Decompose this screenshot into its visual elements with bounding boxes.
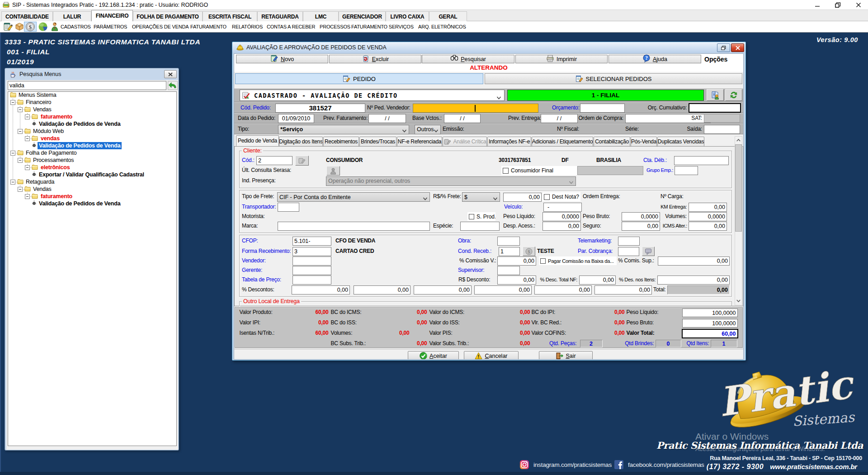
frete-moeda-dropdown[interactable]: $ [462, 192, 500, 202]
tree-item[interactable]: eletrônicos [41, 164, 70, 171]
tree-expand-toggle[interactable] [18, 129, 23, 134]
dialog-restore-button[interactable] [717, 43, 730, 52]
tree-item[interactable]: vendas [41, 135, 60, 142]
cliente-edit-button[interactable] [295, 156, 309, 166]
search-button[interactable]: Pesquisar [422, 55, 514, 63]
module-tab-retaguarda[interactable]: RETAGUARDA [257, 11, 303, 21]
comis-sup-input[interactable]: 0,00 [658, 256, 730, 266]
restore-icon[interactable] [831, 0, 844, 10]
cod-cliente-input[interactable]: 2 [256, 156, 292, 165]
dialog-titlebar[interactable]: AVALIAÇÃO E APROVAÇÃO DE PEDIDOS DE VEND… [232, 42, 745, 53]
desconto-2-input[interactable]: 0,00 [354, 285, 410, 294]
desconto-5-input[interactable]: 0,00 [534, 285, 592, 294]
km-entrega-input[interactable]: 0,00 [689, 203, 727, 212]
dialog-tab-1[interactable]: Digitação dos Itens [279, 137, 323, 147]
tree-expand-toggle[interactable] [18, 158, 23, 163]
accept-button[interactable]: Aceitar [408, 351, 459, 360]
tree-item[interactable]: Financeiro [26, 99, 51, 106]
cancel-button[interactable]: Cancelar [464, 351, 519, 360]
tree-item[interactable]: faturamento [41, 113, 72, 120]
module-tab-folha-de-pagamento[interactable]: FOLHA DE PAGAMENTO [133, 11, 203, 21]
consumidor-final-checkbox[interactable]: Consumidor Final [501, 166, 577, 175]
dialog-tab-7[interactable]: Adicionais / Etiquetamento [532, 137, 593, 147]
peso-liquido-sum-input[interactable]: 100,0000 [682, 309, 738, 317]
user-icon[interactable] [51, 22, 59, 31]
menu-cadastros[interactable]: CADASTROS [61, 23, 91, 31]
tree-item[interactable]: Validação de Pedidos de Venda [38, 200, 122, 207]
close-icon[interactable] [852, 0, 865, 10]
tree-item[interactable]: Validação de Pedidos de Venda [38, 120, 122, 128]
icms-alter-input[interactable]: 0,00 [689, 222, 727, 231]
menu-arq-eletrônicos[interactable]: ARQ. ELETRÔNICOS [418, 23, 466, 31]
checkbox-box[interactable] [469, 214, 474, 219]
base-vctos-input[interactable]: / / [444, 114, 481, 123]
facebook-icon[interactable] [614, 460, 624, 470]
ledger-icon[interactable] [3, 22, 13, 31]
help-button[interactable]: ?Ajuda [609, 55, 701, 63]
s-prod-checkbox[interactable]: S. Prod. [467, 212, 495, 221]
obra-input[interactable] [497, 237, 520, 246]
dialog-tab-8[interactable]: Contabilização [594, 137, 630, 147]
tree-expand-toggle[interactable] [18, 107, 23, 112]
menu-relatórios[interactable]: RELATÓRIOS [232, 23, 263, 31]
prev-faturamento-input[interactable]: / / [368, 114, 406, 123]
vendedor-input[interactable] [292, 256, 331, 266]
tipo-dropdown[interactable]: *Serviço [278, 125, 409, 134]
scroll-down-button[interactable] [735, 297, 742, 304]
tree-item[interactable]: Vendas [33, 106, 52, 113]
tree-item[interactable]: Validação de Pedidos de Venda [38, 142, 122, 149]
tree-expand-toggle[interactable] [10, 100, 15, 105]
veiculo-input[interactable]: - [543, 203, 582, 212]
serasa-button[interactable] [326, 166, 340, 176]
dialog-tab-10[interactable]: Duplicatas Vencidas [657, 137, 704, 147]
menu-processos[interactable]: PROCESSOS [320, 23, 350, 31]
delete-button[interactable]: Excluir [329, 55, 421, 63]
cfop-input[interactable]: 5.101- [292, 237, 331, 246]
tree-expand-toggle[interactable] [25, 114, 30, 119]
menu-parâmetros[interactable]: PARÂMETROS [94, 23, 127, 31]
scroll-thumb[interactable] [735, 144, 742, 232]
dest-nota-checkbox[interactable]: Dest Nota? [542, 192, 580, 201]
tipo-frete-dropdown[interactable]: CIF - Por Conta do Emitente [277, 192, 430, 202]
outros-dropdown[interactable]: Outros [415, 125, 441, 134]
cod-pedido-input[interactable]: 381527 [275, 104, 365, 113]
tree-item[interactable]: Retaguarda [26, 178, 54, 185]
tabela-preco-input[interactable] [292, 276, 331, 285]
search-window-close-button[interactable] [164, 70, 177, 78]
desconto-3-input[interactable]: 0,00 [414, 285, 472, 294]
module-tab-financeiro[interactable]: FINANCEIRO [91, 10, 133, 21]
money-icon[interactable]: $ [25, 22, 35, 32]
cta-deb-input[interactable] [674, 156, 729, 165]
peso-bruto-sum-input[interactable]: 100,0000 [682, 319, 738, 328]
tree-item[interactable]: Menus Sistema [19, 91, 57, 99]
scroll-up-button[interactable] [735, 137, 742, 144]
exit-button[interactable]: Sair [539, 351, 593, 360]
tree-item[interactable]: Exportar / Validar Qualificação Cadastra… [38, 171, 146, 178]
gerente-input[interactable] [292, 266, 331, 275]
telemarketing-input[interactable] [618, 237, 640, 246]
tree-item[interactable]: Módulo Web [33, 128, 64, 135]
module-tab-escrita-fiscal[interactable]: ESCRITA FISCAL [203, 11, 257, 21]
dialog-tab-4[interactable]: NF-e Referenciada [397, 137, 442, 147]
supervisor-input[interactable] [497, 266, 520, 275]
peso-liquido-input[interactable]: 0,0000 [542, 212, 581, 221]
tree-expand-toggle[interactable] [25, 165, 30, 170]
tab-selecionar-pedidos[interactable]: SELECIONAR PEDIDOS [485, 73, 742, 84]
dialog-tab-2[interactable]: Recebimentos [323, 137, 359, 147]
tab-pedido[interactable]: PEDIDO [235, 73, 483, 84]
cond-receb-button[interactable]: $ [523, 247, 535, 256]
instagram-icon[interactable] [519, 460, 529, 470]
status-combobox[interactable]: CADASTRADO - AVALIAÇÃO DE CRÉDITO [240, 90, 505, 101]
grupo-emp-input[interactable] [675, 166, 698, 175]
search-go-button[interactable] [168, 81, 178, 90]
des-nos-itens-input[interactable]: 0,00 [657, 276, 730, 285]
client-info-button[interactable]: i [707, 89, 724, 101]
cond-receb-input[interactable]: 1 [499, 247, 520, 256]
desconto-1-input[interactable]: 0,00 [292, 285, 350, 294]
tree-item[interactable]: Folha de Pagamento [26, 149, 76, 157]
valor-total-input[interactable]: 60,00 [682, 329, 738, 338]
orcamento-input[interactable] [580, 104, 625, 113]
saida-input[interactable] [704, 125, 740, 134]
frete-valor-input[interactable]: 0,00 [503, 193, 542, 202]
minimize-icon[interactable] [811, 0, 824, 10]
